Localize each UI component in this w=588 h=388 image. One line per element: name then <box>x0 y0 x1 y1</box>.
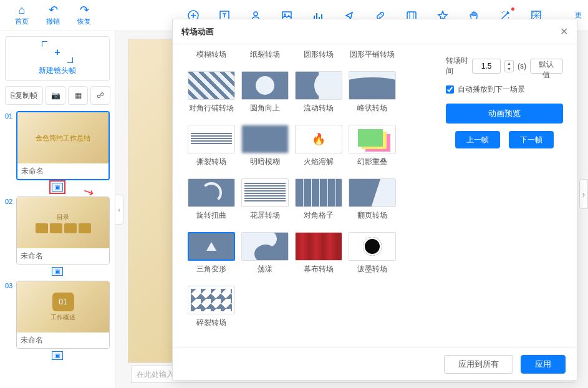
transition-label: 碎裂转场 <box>196 318 226 328</box>
apply-button[interactable]: 应用 <box>521 355 566 374</box>
slide-item[interactable]: 03 01 工作概述 未命名 <box>5 281 110 349</box>
slide-number: 03 <box>5 281 14 349</box>
undo-button[interactable]: ↶撤销 <box>37 1 69 31</box>
transition-badge-icon: ▣ <box>52 267 63 276</box>
transition-item[interactable]: 圆形平铺转场 <box>349 52 396 60</box>
transition-item[interactable]: 荡漾 <box>241 232 289 274</box>
link2-button[interactable]: ☍ <box>90 86 110 105</box>
apply-all-button[interactable]: 应用到所有 <box>444 355 513 374</box>
spin-up-icon[interactable]: ▲ <box>505 61 513 66</box>
frame-nav: 上一帧 下一帧 <box>446 131 563 148</box>
redo-label: 恢复 <box>77 17 91 26</box>
transition-label: 圆形转场 <box>304 49 334 60</box>
transition-item[interactable]: 纸裂转场 <box>241 52 289 60</box>
slide-name: 未命名 <box>17 248 109 264</box>
camera-button[interactable]: 📷 <box>46 86 65 105</box>
copy-icon: ⎘ <box>11 91 15 100</box>
transition-item[interactable]: 模糊转场 <box>188 52 235 60</box>
transition-item[interactable]: 翻页转场 <box>349 178 396 221</box>
transition-label: 花屏转场 <box>250 210 280 221</box>
slide-item[interactable]: 01 金色简约工作总结 未命名 <box>5 111 110 180</box>
time-unit: (s) <box>518 62 526 70</box>
transition-label: 撕裂转场 <box>196 157 226 167</box>
copy-frame-button[interactable]: ⎘ 复制帧 <box>5 86 43 105</box>
transition-item[interactable]: 旋转扭曲 <box>188 178 235 221</box>
transition-item[interactable]: 圆角向上 <box>241 71 289 114</box>
transition-item[interactable]: 流动转场 <box>295 71 342 114</box>
new-frame-button[interactable]: + 新建镜头帧 <box>5 36 110 81</box>
slide-thumb: 01 工作概述 <box>17 281 109 332</box>
transition-item[interactable]: 火焰溶解 <box>295 125 342 167</box>
transition-thumb <box>241 232 289 261</box>
redo-button[interactable]: ↷恢复 <box>69 1 100 31</box>
transition-item[interactable]: 幕布转场 <box>295 232 342 274</box>
time-spinner[interactable]: ▲▼ <box>504 60 514 72</box>
top-left-group: ⌂首页 ↶撤销 ↷恢复 <box>6 1 100 31</box>
transition-thumb <box>188 125 235 153</box>
slide-item[interactable]: 02 目录 未命名 <box>5 196 110 264</box>
preview-button[interactable]: 动画预览 <box>446 104 563 124</box>
expand-right-button[interactable]: › <box>579 179 588 209</box>
home-button[interactable]: ⌂首页 <box>6 1 37 31</box>
modal-header: 转场动画 ✕ <box>173 19 577 44</box>
qr-button[interactable]: ▦ <box>68 86 88 105</box>
slide-thumb-big: 01 <box>52 293 74 311</box>
slide-number: 01 <box>5 111 14 180</box>
transition-label: 圆形平铺转场 <box>350 49 395 60</box>
transition-label: 模糊转场 <box>196 49 226 60</box>
slides-list: 01 金色简约工作总结 未命名 ▣ ↘ 02 目录 未命名 <box>5 111 110 360</box>
transition-thumb <box>295 125 342 153</box>
focus-frame-icon: + <box>42 41 73 63</box>
transition-indicator[interactable]: ▣ <box>5 267 110 276</box>
transition-item[interactable]: 对角行铺转场 <box>188 71 235 114</box>
autoplay-checkbox[interactable]: 自动播放到下一场景 <box>446 84 563 95</box>
next-frame-button[interactable]: 下一帧 <box>509 131 554 148</box>
time-label: 转场时间 <box>446 56 468 77</box>
time-input[interactable] <box>472 59 501 74</box>
transition-label: 对角行铺转场 <box>189 103 234 114</box>
transition-item[interactable]: 幻影重叠 <box>349 125 396 167</box>
slide-card[interactable]: 01 工作概述 未命名 <box>16 281 110 349</box>
transition-label: 三角变形 <box>196 264 226 274</box>
transition-item[interactable]: 三角变形 <box>188 232 235 274</box>
transition-item[interactable]: 对角格子 <box>295 178 342 221</box>
transition-item[interactable]: 花屏转场 <box>241 178 289 221</box>
modal-body: 模糊转场纸裂转场圆形转场圆形平铺转场对角行铺转场圆角向上流动转场峰状转场撕裂转场… <box>173 44 577 347</box>
svg-point-2 <box>254 12 258 16</box>
home-icon: ⌂ <box>19 4 26 16</box>
transition-thumb <box>188 71 235 100</box>
prev-frame-button[interactable]: 上一帧 <box>455 131 500 148</box>
slide-card[interactable]: 目录 未命名 <box>16 196 110 264</box>
transition-badge-icon: ▣ <box>52 183 63 192</box>
transition-thumb <box>188 232 235 261</box>
autoplay-input[interactable] <box>446 85 454 94</box>
slide-thumb: 金色简约工作总结 <box>17 112 108 163</box>
transition-label: 圆角向上 <box>250 103 280 114</box>
transition-thumb <box>349 178 396 207</box>
transition-label: 流动转场 <box>304 103 334 114</box>
transition-indicator[interactable]: ▣ ↘ <box>5 183 110 192</box>
spin-down-icon[interactable]: ▼ <box>505 66 513 72</box>
transition-time-row: 转场时间 ▲▼ (s) 默认值 <box>446 56 563 77</box>
transition-item[interactable]: 泼墨转场 <box>349 232 396 274</box>
camera-icon: 📷 <box>51 91 60 100</box>
transition-item[interactable]: 峰状转场 <box>349 71 396 114</box>
transition-thumb <box>241 71 289 100</box>
transition-thumb <box>349 125 396 153</box>
default-button[interactable]: 默认值 <box>530 59 563 74</box>
home-label: 首页 <box>15 17 29 26</box>
transition-thumb <box>241 178 289 207</box>
transition-item[interactable]: 圆形转场 <box>295 52 342 60</box>
transition-item[interactable]: 碎裂转场 <box>188 286 235 328</box>
transition-item[interactable]: 明暗模糊 <box>241 125 289 167</box>
slide-card[interactable]: 金色简约工作总结 未命名 <box>16 111 110 180</box>
transition-grid: 模糊转场纸裂转场圆形转场圆形平铺转场对角行铺转场圆角向上流动转场峰状转场撕裂转场… <box>173 44 440 347</box>
close-button[interactable]: ✕ <box>560 26 568 37</box>
transition-indicator[interactable]: ▣ <box>5 351 110 360</box>
sidebar: + 新建镜头帧 ⎘ 复制帧 📷 ▦ ☍ 01 金色简约工作总结 未命名 ▣ ↘ … <box>0 31 115 388</box>
autoplay-label: 自动播放到下一场景 <box>458 84 525 95</box>
transition-item[interactable]: 撕裂转场 <box>188 125 235 167</box>
collapse-sidebar-button[interactable]: ‹ <box>115 195 123 225</box>
transition-badge-icon: ▣ <box>52 351 63 360</box>
modal-footer: 应用到所有 应用 <box>173 347 577 380</box>
